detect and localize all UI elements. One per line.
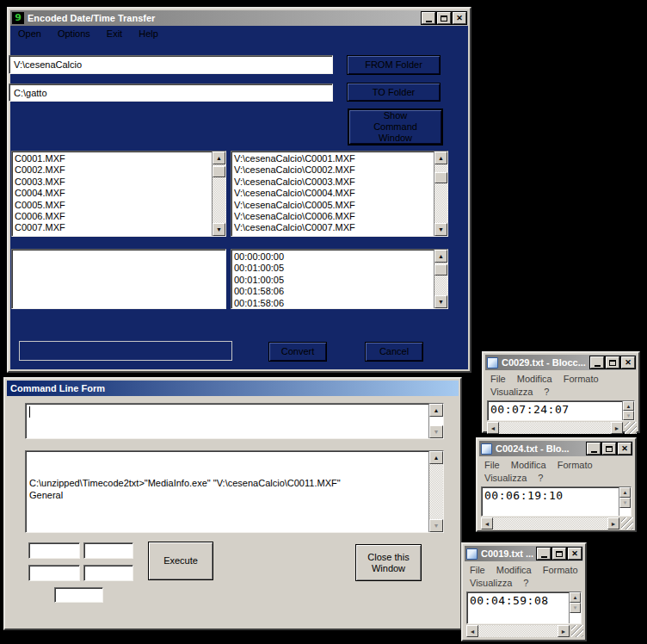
scroll-up-icon[interactable]: ▲ — [213, 152, 225, 164]
list-item[interactable]: 00:01:58:06 — [234, 286, 434, 297]
list-item[interactable]: V:\cesenaCalcio\C0001.MXF — [234, 153, 434, 164]
menu-formato[interactable]: Formato — [564, 374, 599, 384]
list-item[interactable]: V:\cesenaCalcio\C0004.MXF — [234, 188, 434, 199]
to-folder-button[interactable]: TO Folder — [347, 83, 441, 102]
menu-file[interactable]: File — [490, 374, 506, 384]
close-button[interactable]: ✕ — [453, 12, 466, 24]
value-input-1[interactable] — [28, 542, 80, 559]
resize-grip[interactable] — [625, 422, 637, 434]
command-output-area[interactable]: C:\unzipped\Timecode2txt>"MediaInfo.exe"… — [25, 450, 444, 533]
notepad-titlebar[interactable]: C0029.txt - Blocc... ✕ — [485, 355, 637, 370]
from-folder-button[interactable]: FROM Folder — [347, 55, 441, 75]
notepad-hscrollbar[interactable]: ◄ ► — [466, 625, 570, 637]
notepad-edit-area[interactable]: 00:06:19:10 ▲ ▼ — [481, 486, 632, 517]
scroll-left-icon[interactable]: ◄ — [466, 625, 478, 637]
command-input-area[interactable]: ▲ ▼ — [25, 403, 444, 439]
list-item[interactable]: C0007.MXF — [15, 222, 212, 233]
scroll-down-icon[interactable]: ▼ — [619, 498, 631, 508]
execute-button[interactable]: Execute — [148, 542, 213, 580]
menu-modifica[interactable]: Modifica — [517, 374, 552, 384]
input-scrollbar[interactable]: ▲ ▼ — [428, 404, 443, 438]
notepad-vscrollbar[interactable]: ▲ ▼ — [622, 401, 634, 420]
scroll-up-icon[interactable]: ▲ — [434, 152, 447, 164]
list-item[interactable]: V:\cesenaCalcio\C0002.MXF — [234, 164, 434, 176]
close-button[interactable]: ✕ — [621, 356, 635, 368]
scroll-left-icon[interactable]: ◄ — [481, 517, 493, 529]
scroll-down-icon[interactable]: ▼ — [434, 295, 447, 308]
value-input-2[interactable] — [83, 542, 133, 559]
list-item[interactable]: V:\cesenaCalcio\C0005.MXF — [234, 200, 434, 211]
scroll-down-icon[interactable]: ▼ — [623, 411, 634, 420]
menu-visualizza[interactable]: Visualizza — [484, 473, 527, 483]
menu-formato[interactable]: Formato — [543, 565, 578, 575]
menu-file[interactable]: File — [470, 565, 485, 575]
minimize-button[interactable] — [590, 356, 604, 368]
scrollbar-track[interactable] — [499, 422, 611, 434]
output-scrollbar[interactable]: ▲ ▼ — [428, 451, 443, 532]
notepad-edit-area[interactable]: 00:04:59:08 ▲ ▼ — [466, 591, 582, 624]
timecode-list-scrollbar[interactable]: ▲ ▼ — [434, 250, 447, 308]
notepad-edit-area[interactable]: 00:07:24:07 ▲ ▼ — [487, 400, 635, 421]
resize-grip[interactable] — [621, 517, 633, 529]
minimize-button[interactable] — [587, 443, 601, 455]
value-input-4[interactable] — [83, 565, 133, 581]
file-list-scrollbar[interactable]: ▲ ▼ — [212, 152, 225, 236]
close-button[interactable]: ✕ — [618, 443, 632, 455]
notepad-hscrollbar[interactable]: ◄ ► — [481, 517, 619, 529]
list-item[interactable]: 00:01:00:05 — [234, 275, 434, 286]
menu-formato[interactable]: Formato — [558, 460, 593, 470]
scrollbar-thumb[interactable] — [434, 172, 447, 183]
close-button[interactable]: ✕ — [568, 548, 582, 560]
maximize-button[interactable] — [552, 548, 566, 560]
value-input-5[interactable] — [54, 587, 103, 603]
cancel-button[interactable]: Cancel — [365, 342, 423, 362]
menu-options[interactable]: Options — [58, 28, 90, 39]
notepad-titlebar[interactable]: C0019.txt ... ✕ — [465, 546, 583, 561]
notepad-titlebar[interactable]: C0024.txt - Blo... ✕ — [479, 441, 633, 456]
scroll-up-icon[interactable]: ▲ — [619, 487, 631, 498]
scroll-right-icon[interactable]: ► — [607, 517, 619, 529]
menu-modifica[interactable]: Modifica — [511, 460, 546, 470]
scroll-down-icon[interactable]: ▼ — [570, 603, 581, 613]
scrollbar-thumb[interactable] — [213, 166, 225, 177]
list-item[interactable]: V:\cesenaCalcio\C0006.MXF — [234, 211, 434, 222]
minimize-button[interactable] — [537, 548, 551, 560]
scroll-down-icon[interactable]: ▼ — [213, 223, 225, 236]
maximize-button[interactable] — [437, 12, 451, 24]
scroll-down-icon[interactable]: ▼ — [429, 519, 443, 532]
from-path-field[interactable]: V:\cesenaCalcio — [9, 55, 333, 74]
menu-help[interactable]: Help — [139, 28, 158, 39]
list-item[interactable]: C0005.MXF — [15, 200, 212, 211]
close-this-window-button[interactable]: Close this Window — [355, 544, 422, 581]
list-item[interactable]: C0006.MXF — [15, 211, 212, 222]
list-item[interactable]: V:\cesenaCalcio\C0003.MXF — [234, 176, 434, 188]
scrollbar-thumb[interactable] — [434, 264, 447, 276]
list-item[interactable]: C0001.MXF — [15, 153, 212, 164]
scroll-left-icon[interactable]: ◄ — [487, 422, 499, 434]
list-item[interactable]: 00:00:00:00 — [234, 251, 434, 263]
list-item[interactable]: C0004.MXF — [15, 188, 212, 199]
main-titlebar[interactable]: 9 Encoded Date/Time Transfer ✕ — [10, 10, 468, 26]
resize-grip[interactable] — [571, 625, 583, 637]
scroll-down-icon[interactable]: ▼ — [429, 425, 443, 438]
maximize-button[interactable] — [606, 356, 619, 368]
minimize-button[interactable] — [422, 12, 435, 24]
scroll-up-icon[interactable]: ▲ — [429, 404, 443, 417]
scroll-up-icon[interactable]: ▲ — [434, 250, 447, 263]
list-item[interactable]: 00:01:00:05 — [234, 263, 434, 274]
scrollbar-track[interactable] — [478, 625, 558, 637]
scroll-up-icon[interactable]: ▲ — [570, 592, 581, 603]
list-item[interactable]: C0003.MXF — [15, 176, 212, 188]
empty-list[interactable] — [11, 249, 226, 309]
convert-button[interactable]: Convert — [268, 342, 327, 362]
path-list-scrollbar[interactable]: ▲ ▼ — [434, 152, 447, 236]
value-input-3[interactable] — [28, 565, 80, 581]
menu-modifica[interactable]: Modifica — [496, 565, 532, 575]
menu-open[interactable]: Open — [18, 28, 41, 39]
to-path-field[interactable]: C:\gatto — [9, 84, 333, 102]
scroll-up-icon[interactable]: ▲ — [429, 451, 443, 464]
scrollbar-track[interactable] — [493, 517, 607, 529]
notepad-vscrollbar[interactable]: ▲ ▼ — [569, 592, 581, 623]
menu-visualizza[interactable]: Visualizza — [470, 578, 512, 588]
scroll-down-icon[interactable]: ▼ — [434, 223, 447, 236]
